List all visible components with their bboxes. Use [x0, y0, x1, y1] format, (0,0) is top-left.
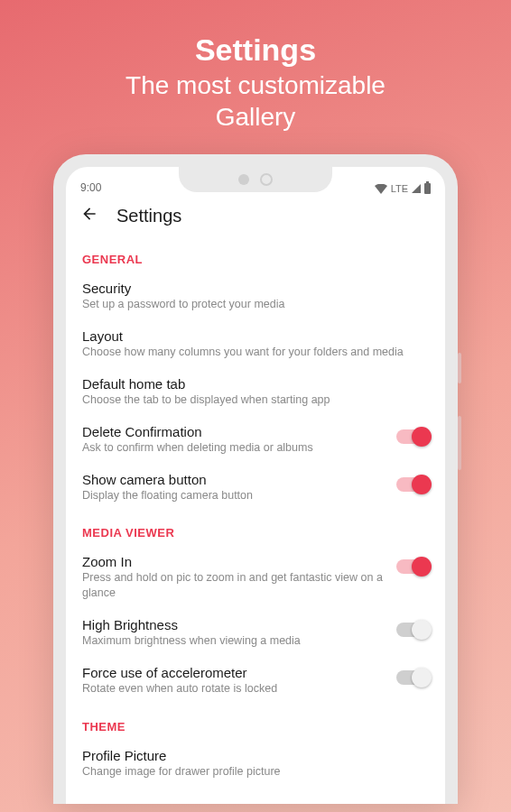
status-icons: LTE — [375, 183, 431, 194]
toggle-delete-confirmation[interactable] — [396, 429, 429, 444]
toggle-camera-button[interactable] — [396, 477, 429, 492]
speaker-icon — [238, 174, 249, 185]
app-bar: Settings — [66, 196, 445, 233]
battery-icon — [424, 183, 431, 194]
network-label: LTE — [391, 183, 408, 194]
setting-subtitle: Press and hold on pic to zoom in and get… — [82, 570, 387, 601]
phone-side-button — [458, 416, 461, 470]
status-time: 9:00 — [80, 181, 101, 194]
phone-screen: 9:00 LTE Settings GENERAL Secu — [66, 167, 445, 804]
setting-subtitle: Choose how many columns you want for you… — [82, 345, 429, 360]
page-title: Settings — [116, 206, 181, 226]
setting-subtitle: Display the floating camera button — [82, 488, 387, 503]
hero-title: Settings — [125, 32, 386, 68]
hero-text: Settings The most customizable Gallery — [125, 0, 386, 133]
camera-icon — [260, 173, 273, 186]
setting-accelerometer[interactable]: Force use of accelerometer Rotate even w… — [82, 658, 429, 706]
setting-title: Default home tab — [82, 376, 429, 392]
setting-title: Zoom In — [82, 554, 387, 569]
section-header-general: GENERAL — [82, 253, 429, 266]
setting-camera-button[interactable]: Show camera button Display the floating … — [82, 465, 429, 512]
setting-delete-confirmation[interactable]: Delete Confirmation Ask to confirm when … — [82, 417, 429, 465]
toggle-zoom-in[interactable] — [396, 559, 429, 574]
section-header-media-viewer: MEDIA VIEWER — [82, 526, 429, 540]
setting-profile-picture[interactable]: Profile Picture Change image for drawer … — [82, 741, 429, 789]
phone-notch — [179, 167, 332, 192]
toggle-high-brightness[interactable] — [396, 623, 429, 637]
setting-subtitle: Choose the tab to be displayed when star… — [82, 392, 429, 408]
setting-subtitle: Maximum brightness when viewing a media — [82, 633, 387, 649]
setting-title: Show camera button — [82, 472, 387, 487]
setting-title: Security — [82, 281, 429, 296]
toggle-accelerometer[interactable] — [396, 670, 429, 685]
phone-frame: 9:00 LTE Settings GENERAL Secu — [53, 154, 458, 804]
setting-home-tab[interactable]: Default home tab Choose the tab to be di… — [82, 369, 429, 417]
wifi-icon — [375, 184, 387, 194]
setting-subtitle: Set up a password to protect your media — [82, 297, 429, 312]
setting-title: Profile Picture — [82, 748, 429, 763]
hero-subtitle: The most customizable Gallery — [125, 69, 386, 133]
section-header-theme: THEME — [82, 720, 429, 734]
setting-subtitle: Ask to confirm when deleting media or al… — [82, 440, 387, 456]
setting-zoom-in[interactable]: Zoom In Press and hold on pic to zoom in… — [82, 547, 429, 610]
setting-title: High Brightness — [82, 617, 387, 632]
setting-title: Delete Confirmation — [82, 424, 387, 439]
signal-icon — [412, 184, 421, 193]
setting-subtitle: Change image for drawer profile picture — [82, 764, 429, 780]
back-icon[interactable] — [80, 205, 98, 227]
settings-list[interactable]: GENERAL Security Set up a password to pr… — [66, 233, 445, 789]
setting-layout[interactable]: Layout Choose how many columns you want … — [82, 321, 429, 369]
setting-security[interactable]: Security Set up a password to protect yo… — [82, 273, 429, 321]
setting-title: Force use of accelerometer — [82, 665, 387, 680]
setting-title: Layout — [82, 328, 429, 344]
setting-subtitle: Rotate even when auto rotate is locked — [82, 681, 387, 697]
phone-side-button — [458, 353, 461, 383]
setting-high-brightness[interactable]: High Brightness Maximum brightness when … — [82, 610, 429, 658]
promo-background: Settings The most customizable Gallery 9… — [0, 0, 511, 812]
